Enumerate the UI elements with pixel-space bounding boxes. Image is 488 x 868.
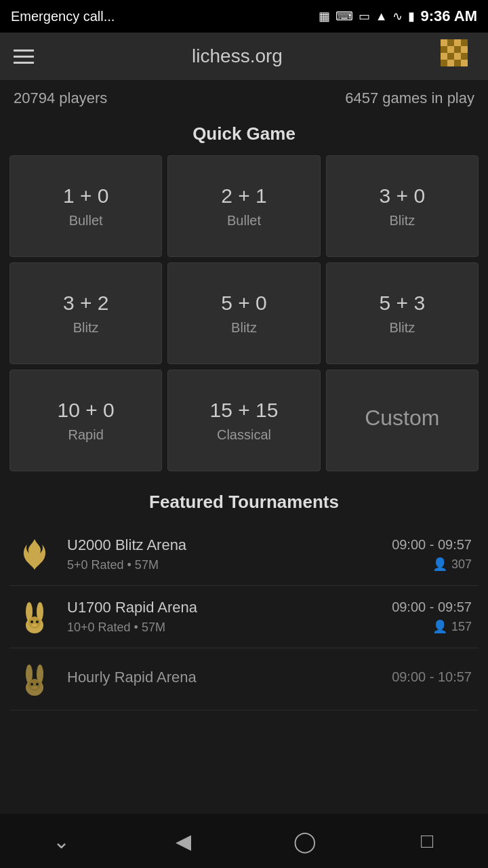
flame-icon <box>16 536 54 573</box>
tournament-time: 09:00 - 09:57 <box>392 599 472 615</box>
players-icon: 👤 <box>432 619 447 634</box>
time-control-label: 5 + 3 <box>380 292 426 315</box>
tournaments-section: Featured Tournaments U2000 Blitz Arena 5… <box>0 485 488 711</box>
players-count: 157 <box>451 620 472 634</box>
game-type-label: Classical <box>217 427 271 443</box>
tournament-right: 09:00 - 09:57 👤 157 <box>392 599 472 634</box>
board-cell <box>454 39 461 46</box>
sim-icon: ▦ <box>319 9 330 24</box>
status-time: 9:36 AM <box>420 7 477 25</box>
game-button-1plus0[interactable]: 1 + 0 Bullet <box>9 155 162 257</box>
status-icons: ▦ ⌨ ▭ ▲ ∿ ▮ 9:36 AM <box>319 7 477 25</box>
home-icon: ◯ <box>293 829 317 853</box>
board-cell <box>454 53 461 60</box>
tournament-time: 09:00 - 09:57 <box>392 537 472 553</box>
status-emergency: Emergency call... <box>11 9 115 24</box>
time-control-label: 5 + 0 <box>221 292 267 315</box>
tournament-details: 10+0 Rated • 57M <box>67 620 378 635</box>
board-cell <box>461 46 468 53</box>
players-icon: 👤 <box>432 557 447 572</box>
time-control-label: 3 + 0 <box>380 184 426 208</box>
svg-point-10 <box>28 679 41 691</box>
back-icon: ◀ <box>176 829 191 853</box>
players-count: 307 <box>451 557 472 572</box>
game-type-label: Bullet <box>227 213 261 229</box>
svg-point-13 <box>32 686 37 689</box>
players-count: 20794 players <box>14 90 107 107</box>
tournament-item-partial[interactable]: Hourly Rapid Arena 09:00 - 10:57 <box>9 648 479 711</box>
hamburger-line <box>14 50 34 52</box>
board-cell <box>461 60 468 66</box>
games-count: 6457 games in play <box>345 90 474 107</box>
stats-bar: 20794 players 6457 games in play <box>0 80 488 117</box>
custom-label: Custom <box>365 406 439 431</box>
game-button-3plus0[interactable]: 3 + 0 Blitz <box>326 155 479 257</box>
tournament-time: 09:00 - 10:57 <box>392 669 472 685</box>
game-button-5plus3[interactable]: 5 + 3 Blitz <box>326 262 479 364</box>
board-cell <box>461 53 468 60</box>
tournaments-title: Featured Tournaments <box>9 485 479 524</box>
game-button-custom[interactable]: Custom <box>326 370 479 471</box>
svg-point-4 <box>30 620 33 623</box>
back-button[interactable]: ◀ <box>156 821 210 861</box>
rabbit-icon <box>16 598 54 635</box>
time-control-label: 3 + 2 <box>63 292 109 315</box>
tournament-item[interactable]: U1700 Rapid Arena 10+0 Rated • 57M 09:00… <box>9 586 479 648</box>
tournament-right: 09:00 - 10:57 <box>392 669 472 689</box>
time-control-label: 1 + 0 <box>63 184 109 208</box>
board-cell <box>441 60 447 66</box>
tournament-info: U1700 Rapid Arena 10+0 Rated • 57M <box>67 599 378 635</box>
svg-point-5 <box>36 620 39 623</box>
board-cell <box>441 46 447 53</box>
battery-icon: ▮ <box>408 9 415 24</box>
game-type-label: Blitz <box>389 320 415 336</box>
navbar-title: lichess.org <box>192 45 283 67</box>
quick-game-grid: 1 + 0 Bullet 2 + 1 Bullet 3 + 0 Blitz 3 … <box>0 155 488 471</box>
game-type-label: Blitz <box>389 213 415 229</box>
game-button-3plus2[interactable]: 3 + 2 Blitz <box>9 262 162 364</box>
status-bar: Emergency call... ▦ ⌨ ▭ ▲ ∿ ▮ 9:36 AM <box>0 0 488 33</box>
time-control-label: 15 + 15 <box>210 399 279 422</box>
svg-point-12 <box>36 683 39 686</box>
game-button-10plus0[interactable]: 10 + 0 Rapid <box>9 370 162 471</box>
rabbit-icon <box>16 660 54 698</box>
board-cell <box>447 46 454 53</box>
board-cell <box>447 39 454 46</box>
bottom-nav: ⌄ ◀ ◯ □ <box>0 814 488 868</box>
recents-button[interactable]: □ <box>400 821 454 861</box>
tournament-info: Hourly Rapid Arena <box>67 669 378 690</box>
game-type-label: Blitz <box>231 320 257 336</box>
time-control-label: 2 + 1 <box>221 184 267 208</box>
tournament-info: U2000 Blitz Arena 5+0 Rated • 57M <box>67 536 378 572</box>
tournament-players: 👤 307 <box>392 557 472 572</box>
quick-game-title: Quick Game <box>0 117 488 155</box>
home-button[interactable]: ◯ <box>278 821 332 861</box>
board-cell <box>447 60 454 66</box>
tournament-name: Hourly Rapid Arena <box>67 669 378 686</box>
hamburger-line <box>14 62 34 64</box>
game-button-5plus0[interactable]: 5 + 0 Blitz <box>167 262 320 364</box>
board-cell <box>454 46 461 53</box>
game-button-15plus15[interactable]: 15 + 15 Classical <box>167 370 320 471</box>
board-cell <box>461 39 468 46</box>
navbar: lichess.org <box>0 33 488 80</box>
svg-point-6 <box>32 624 37 627</box>
svg-point-11 <box>30 683 33 686</box>
tournament-details: 5+0 Rated • 57M <box>67 558 378 572</box>
game-type-label: Blitz <box>73 320 99 336</box>
board-cell <box>441 53 447 60</box>
board-cell <box>441 39 447 46</box>
signal-icon: ▲ <box>375 9 388 24</box>
hamburger-line <box>14 56 34 58</box>
game-button-2plus1[interactable]: 2 + 1 Bullet <box>167 155 320 257</box>
wifi-icon: ∿ <box>392 9 403 24</box>
game-type-label: Rapid <box>68 427 104 443</box>
menu-button[interactable] <box>14 50 34 64</box>
tournament-item[interactable]: U2000 Blitz Arena 5+0 Rated • 57M 09:00 … <box>9 524 479 586</box>
chevron-down-button[interactable]: ⌄ <box>34 821 88 861</box>
chevron-down-icon: ⌄ <box>53 829 70 853</box>
tournament-right: 09:00 - 09:57 👤 307 <box>392 537 472 572</box>
board-cell <box>454 60 461 66</box>
tournament-players: 👤 157 <box>392 619 472 634</box>
board-cell <box>447 53 454 60</box>
